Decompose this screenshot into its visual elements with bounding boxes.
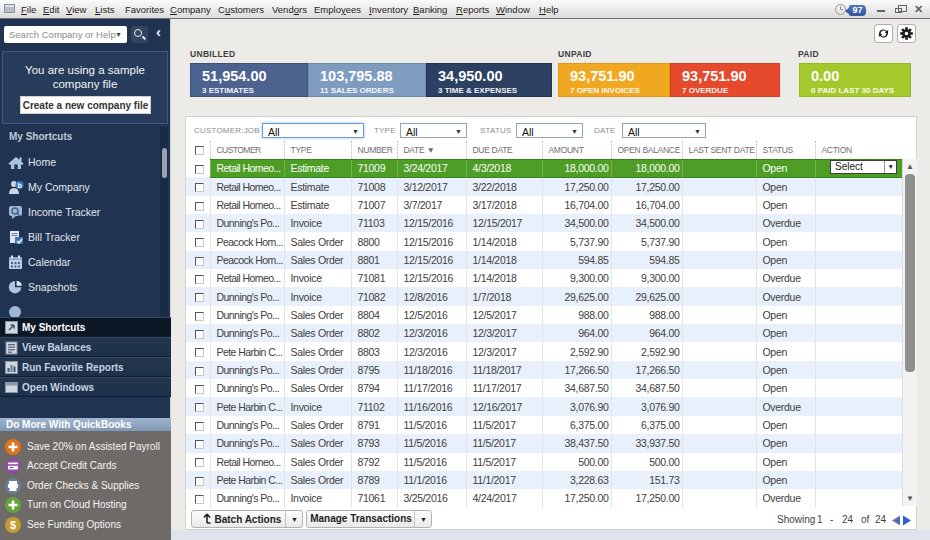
svg-text:$: $ (10, 519, 16, 531)
svg-text:b: b (18, 182, 22, 189)
